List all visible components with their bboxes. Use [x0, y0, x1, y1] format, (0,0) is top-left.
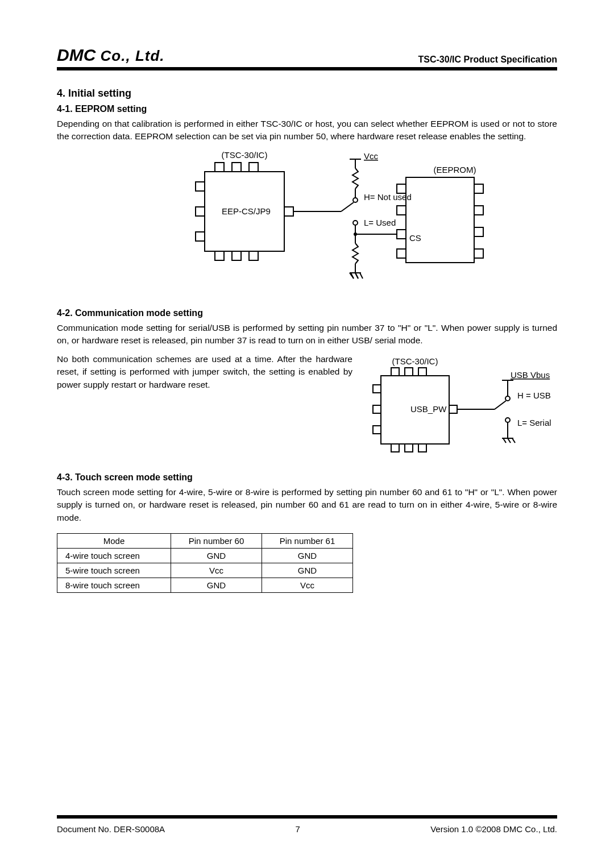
footer-page: 7: [295, 824, 300, 834]
svg-rect-41: [405, 368, 413, 376]
svg-line-59: [508, 438, 511, 443]
svg-rect-2: [232, 163, 241, 172]
svg-rect-48: [373, 426, 381, 434]
section-4-3-para: Touch screen mode setting for 4-wire, 5-…: [57, 486, 557, 524]
svg-point-53: [505, 418, 510, 422]
diagram-label: (TSC-30/IC): [222, 150, 268, 160]
table-header: Pin number 60: [171, 534, 262, 549]
footer-version: Version 1.0 ©2008 DMC Co., Ltd.: [430, 824, 557, 834]
svg-rect-47: [373, 405, 381, 413]
svg-line-29: [360, 273, 363, 279]
diagram-label: L= Serial: [517, 418, 551, 427]
svg-rect-30: [406, 177, 474, 263]
diagram-label: H= Not used: [364, 192, 412, 202]
diagram-label: Vcc: [364, 151, 379, 161]
diagram-label: USB_PW: [410, 404, 447, 414]
svg-rect-38: [474, 249, 483, 258]
section-4-1-para: Depending on that calibration is perform…: [57, 118, 557, 143]
svg-rect-10: [284, 207, 293, 216]
diagram-label: EEP-CS/JP9: [222, 206, 271, 216]
svg-line-58: [503, 438, 506, 443]
footer-doc-no: Document No. DER-S0008A: [57, 824, 165, 834]
svg-rect-42: [418, 368, 426, 376]
company-logo: DMC Co., Ltd.: [57, 45, 165, 65]
logo-suffix: Co., Ltd.: [101, 47, 165, 64]
page-header: DMC Co., Ltd. TSC-30/IC Product Specific…: [57, 45, 557, 70]
svg-rect-33: [397, 230, 406, 239]
svg-rect-40: [391, 368, 399, 376]
diagram-label: CS: [409, 233, 421, 243]
table-header: Pin number 61: [262, 534, 353, 549]
section-4-3-title: 4-3. Touch screen mode setting: [57, 472, 557, 483]
svg-rect-6: [249, 251, 258, 260]
svg-line-51: [495, 401, 506, 409]
table-row: 4-wire touch screen GND GND: [57, 549, 353, 563]
diagram-comm-mode: No both communication schemes are used a…: [57, 353, 557, 461]
doc-title: TSC-30/IC Product Specification: [418, 55, 557, 65]
svg-rect-46: [373, 385, 381, 393]
section-4-2-para1: Communication mode setting for serial/US…: [57, 322, 557, 347]
svg-line-60: [512, 438, 515, 443]
diagram-label: (TSC-30/IC): [392, 356, 438, 366]
table-row: 5-wire touch screen Vcc GND: [57, 563, 353, 578]
svg-point-14: [353, 221, 358, 225]
svg-rect-35: [474, 184, 483, 193]
svg-rect-43: [391, 444, 399, 452]
svg-rect-8: [196, 207, 205, 216]
svg-rect-44: [405, 444, 413, 452]
diagram-label: USB Vbus: [511, 370, 550, 380]
svg-rect-7: [196, 182, 205, 191]
svg-point-52: [505, 396, 510, 401]
svg-rect-4: [215, 251, 224, 260]
svg-rect-32: [397, 206, 406, 215]
section-4-2-para2: No both communication schemes are used a…: [57, 353, 352, 391]
svg-rect-1: [215, 163, 224, 172]
svg-rect-5: [232, 251, 241, 260]
svg-rect-45: [418, 444, 426, 452]
svg-line-12: [341, 202, 354, 211]
diagram-eeprom: (TSC-30/IC) (EEPROM) EEP-CS/JP9 Vcc H= N…: [57, 149, 557, 297]
svg-line-28: [355, 273, 358, 279]
diagram-label: (EEPROM): [434, 165, 476, 175]
touch-mode-table: Mode Pin number 60 Pin number 61 4-wire …: [57, 533, 353, 593]
diagram-label: H = USB: [517, 391, 551, 400]
section-4-2-title: 4-2. Communication mode setting: [57, 308, 557, 318]
table-row: 8-wire touch screen GND Vcc: [57, 578, 353, 593]
diagram-label: L= Used: [364, 218, 396, 227]
svg-point-13: [353, 198, 358, 202]
table-header: Mode: [57, 534, 171, 549]
page-footer: Document No. DER-S0008A 7 Version 1.0 ©2…: [57, 815, 557, 834]
svg-rect-49: [449, 405, 457, 413]
svg-rect-37: [474, 227, 483, 236]
svg-rect-34: [397, 249, 406, 258]
section-4-1-title: 4-1. EEPROM setting: [57, 104, 557, 114]
section-4-title: 4. Initial setting: [57, 88, 557, 99]
svg-rect-3: [249, 163, 258, 172]
svg-rect-36: [474, 206, 483, 215]
svg-rect-9: [196, 232, 205, 241]
